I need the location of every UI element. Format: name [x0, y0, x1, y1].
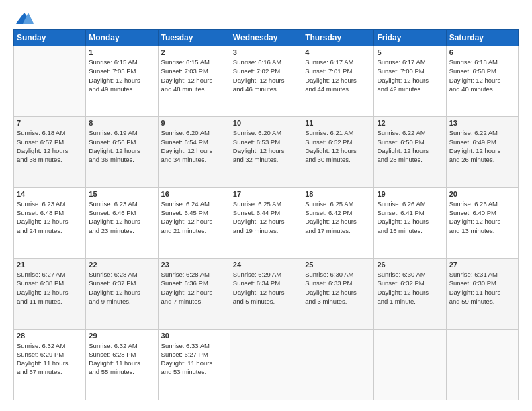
day-number: 1 — [89, 48, 154, 56]
day-info: Sunrise: 6:22 AM Sunset: 6:49 PM Dayligh… — [449, 128, 515, 164]
calendar-cell: 3Sunrise: 6:16 AM Sunset: 7:02 PM Daylig… — [230, 46, 302, 117]
calendar-cell: 24Sunrise: 6:29 AM Sunset: 6:34 PM Dayli… — [230, 259, 302, 329]
week-row-2: 7Sunrise: 6:18 AM Sunset: 6:57 PM Daylig… — [14, 117, 519, 187]
calendar-cell: 16Sunrise: 6:24 AM Sunset: 6:45 PM Dayli… — [158, 187, 230, 258]
calendar-cell: 28Sunrise: 6:32 AM Sunset: 6:29 PM Dayli… — [14, 329, 86, 400]
week-row-1: 1Sunrise: 6:15 AM Sunset: 7:05 PM Daylig… — [14, 46, 519, 117]
calendar-cell: 5Sunrise: 6:17 AM Sunset: 7:00 PM Daylig… — [374, 46, 446, 117]
day-info: Sunrise: 6:24 AM Sunset: 6:45 PM Dayligh… — [161, 199, 227, 235]
calendar-cell: 30Sunrise: 6:33 AM Sunset: 6:27 PM Dayli… — [158, 329, 230, 400]
day-info: Sunrise: 6:28 AM Sunset: 6:37 PM Dayligh… — [89, 270, 154, 306]
day-number: 5 — [377, 48, 443, 56]
day-info: Sunrise: 6:21 AM Sunset: 6:52 PM Dayligh… — [305, 128, 371, 164]
day-info: Sunrise: 6:20 AM Sunset: 6:54 PM Dayligh… — [161, 128, 227, 164]
day-number: 18 — [305, 190, 371, 198]
day-info: Sunrise: 6:23 AM Sunset: 6:46 PM Dayligh… — [89, 199, 154, 235]
weekday-header-tuesday: Tuesday — [158, 30, 230, 46]
day-info: Sunrise: 6:30 AM Sunset: 6:32 PM Dayligh… — [377, 270, 443, 306]
calendar-cell — [446, 329, 518, 400]
calendar-cell: 25Sunrise: 6:30 AM Sunset: 6:33 PM Dayli… — [302, 259, 374, 329]
calendar-cell: 19Sunrise: 6:26 AM Sunset: 6:41 PM Dayli… — [374, 187, 446, 258]
calendar-cell: 6Sunrise: 6:18 AM Sunset: 6:58 PM Daylig… — [446, 46, 518, 117]
calendar-cell: 18Sunrise: 6:25 AM Sunset: 6:42 PM Dayli… — [302, 187, 374, 258]
day-info: Sunrise: 6:15 AM Sunset: 7:03 PM Dayligh… — [161, 58, 227, 93]
weekday-header-row: SundayMondayTuesdayWednesdayThursdayFrid… — [14, 30, 519, 46]
weekday-header-monday: Monday — [86, 30, 158, 46]
calendar-cell: 1Sunrise: 6:15 AM Sunset: 7:05 PM Daylig… — [86, 46, 158, 117]
day-info: Sunrise: 6:33 AM Sunset: 6:27 PM Dayligh… — [161, 341, 227, 377]
calendar-cell: 15Sunrise: 6:23 AM Sunset: 6:46 PM Dayli… — [86, 187, 158, 258]
calendar-cell: 2Sunrise: 6:15 AM Sunset: 7:03 PM Daylig… — [158, 46, 230, 117]
calendar-cell: 23Sunrise: 6:28 AM Sunset: 6:36 PM Dayli… — [158, 259, 230, 329]
day-info: Sunrise: 6:22 AM Sunset: 6:50 PM Dayligh… — [377, 128, 443, 164]
day-number: 27 — [449, 261, 515, 269]
day-info: Sunrise: 6:17 AM Sunset: 7:00 PM Dayligh… — [377, 58, 443, 93]
day-info: Sunrise: 6:30 AM Sunset: 6:33 PM Dayligh… — [305, 270, 371, 306]
day-number: 4 — [305, 48, 371, 56]
day-info: Sunrise: 6:32 AM Sunset: 6:28 PM Dayligh… — [89, 341, 154, 377]
calendar-cell — [302, 329, 374, 400]
header — [13, 11, 519, 22]
calendar-cell: 27Sunrise: 6:31 AM Sunset: 6:30 PM Dayli… — [446, 259, 518, 329]
day-number: 19 — [377, 190, 443, 198]
page: SundayMondayTuesdayWednesdayThursdayFrid… — [0, 0, 532, 411]
day-number: 20 — [449, 190, 515, 198]
calendar-cell: 9Sunrise: 6:20 AM Sunset: 6:54 PM Daylig… — [158, 117, 230, 187]
day-number: 17 — [233, 190, 299, 198]
day-info: Sunrise: 6:27 AM Sunset: 6:38 PM Dayligh… — [17, 270, 83, 306]
calendar-cell: 10Sunrise: 6:20 AM Sunset: 6:53 PM Dayli… — [230, 117, 302, 187]
logo-icon — [15, 11, 34, 25]
week-row-4: 21Sunrise: 6:27 AM Sunset: 6:38 PM Dayli… — [14, 259, 519, 329]
day-number: 6 — [449, 48, 515, 56]
day-info: Sunrise: 6:17 AM Sunset: 7:01 PM Dayligh… — [305, 58, 371, 93]
day-number: 13 — [449, 119, 515, 127]
weekday-header-saturday: Saturday — [446, 30, 518, 46]
day-number: 25 — [305, 261, 371, 269]
logo — [13, 11, 34, 22]
day-info: Sunrise: 6:16 AM Sunset: 7:02 PM Dayligh… — [233, 58, 299, 93]
day-number: 14 — [17, 190, 83, 198]
calendar-cell: 11Sunrise: 6:21 AM Sunset: 6:52 PM Dayli… — [302, 117, 374, 187]
day-number: 11 — [305, 119, 371, 127]
calendar-cell: 20Sunrise: 6:26 AM Sunset: 6:40 PM Dayli… — [446, 187, 518, 258]
day-info: Sunrise: 6:26 AM Sunset: 6:40 PM Dayligh… — [449, 199, 515, 235]
day-number: 26 — [377, 261, 443, 269]
weekday-header-thursday: Thursday — [302, 30, 374, 46]
day-info: Sunrise: 6:25 AM Sunset: 6:42 PM Dayligh… — [305, 199, 371, 235]
day-info: Sunrise: 6:32 AM Sunset: 6:29 PM Dayligh… — [17, 341, 83, 377]
calendar-cell — [14, 46, 86, 117]
day-number: 10 — [233, 119, 299, 127]
day-number: 22 — [89, 261, 154, 269]
calendar-cell: 7Sunrise: 6:18 AM Sunset: 6:57 PM Daylig… — [14, 117, 86, 187]
day-number: 29 — [89, 332, 154, 340]
day-number: 15 — [89, 190, 154, 198]
day-number: 28 — [17, 332, 83, 340]
day-info: Sunrise: 6:29 AM Sunset: 6:34 PM Dayligh… — [233, 270, 299, 306]
weekday-header-friday: Friday — [374, 30, 446, 46]
calendar-cell — [374, 329, 446, 400]
day-info: Sunrise: 6:19 AM Sunset: 6:56 PM Dayligh… — [89, 128, 154, 164]
day-info: Sunrise: 6:18 AM Sunset: 6:58 PM Dayligh… — [449, 58, 515, 93]
day-info: Sunrise: 6:23 AM Sunset: 6:48 PM Dayligh… — [17, 199, 83, 235]
weekday-header-sunday: Sunday — [14, 30, 86, 46]
day-number: 23 — [161, 261, 227, 269]
calendar-cell: 29Sunrise: 6:32 AM Sunset: 6:28 PM Dayli… — [86, 329, 158, 400]
calendar-cell: 21Sunrise: 6:27 AM Sunset: 6:38 PM Dayli… — [14, 259, 86, 329]
day-number: 24 — [233, 261, 299, 269]
day-info: Sunrise: 6:28 AM Sunset: 6:36 PM Dayligh… — [161, 270, 227, 306]
weekday-header-wednesday: Wednesday — [230, 30, 302, 46]
week-row-5: 28Sunrise: 6:32 AM Sunset: 6:29 PM Dayli… — [14, 329, 519, 400]
day-number: 12 — [377, 119, 443, 127]
calendar-cell: 13Sunrise: 6:22 AM Sunset: 6:49 PM Dayli… — [446, 117, 518, 187]
calendar-table: SundayMondayTuesdayWednesdayThursdayFrid… — [13, 29, 519, 400]
day-number: 21 — [17, 261, 83, 269]
day-number: 7 — [17, 119, 83, 127]
day-info: Sunrise: 6:15 AM Sunset: 7:05 PM Dayligh… — [89, 58, 154, 93]
calendar-cell — [230, 329, 302, 400]
day-info: Sunrise: 6:31 AM Sunset: 6:30 PM Dayligh… — [449, 270, 515, 306]
day-info: Sunrise: 6:26 AM Sunset: 6:41 PM Dayligh… — [377, 199, 443, 235]
day-info: Sunrise: 6:20 AM Sunset: 6:53 PM Dayligh… — [233, 128, 299, 164]
day-number: 2 — [161, 48, 227, 56]
week-row-3: 14Sunrise: 6:23 AM Sunset: 6:48 PM Dayli… — [14, 187, 519, 258]
calendar-cell: 8Sunrise: 6:19 AM Sunset: 6:56 PM Daylig… — [86, 117, 158, 187]
